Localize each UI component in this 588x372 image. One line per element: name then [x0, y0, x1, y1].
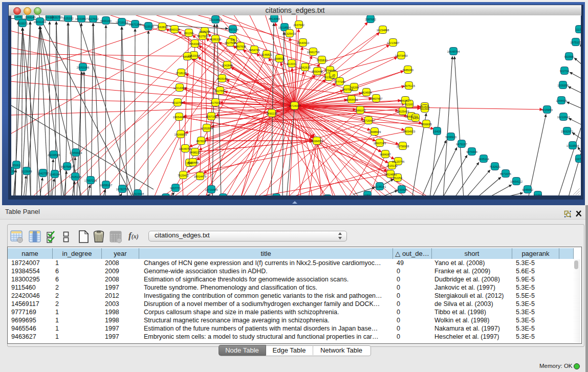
- svg-text:9827503: 9827503: [197, 35, 208, 38]
- svg-text:8813054: 8813054: [269, 17, 279, 20]
- svg-text:9356: 9356: [364, 194, 371, 196]
- svg-text:20053346: 20053346: [77, 66, 89, 69]
- svg-text:1615132: 1615132: [386, 164, 397, 167]
- svg-text:1209358: 1209358: [557, 84, 568, 87]
- svg-text:993159: 993159: [11, 170, 15, 173]
- svg-text:9684067: 9684067: [380, 153, 390, 156]
- svg-text:4099489: 4099489: [187, 161, 198, 164]
- svg-text:16033809: 16033809: [209, 18, 222, 21]
- svg-text:8471676: 8471676: [500, 172, 511, 176]
- svg-text:16914479: 16914479: [194, 175, 206, 178]
- svg-text:6466160: 6466160: [100, 19, 111, 23]
- svg-text:15640910: 15640910: [297, 41, 309, 45]
- svg-text:2087682: 2087682: [365, 18, 376, 21]
- svg-text:16671355: 16671355: [129, 23, 141, 26]
- svg-text:116753: 116753: [575, 158, 581, 161]
- svg-text:8427552: 8427552: [214, 90, 225, 93]
- svg-text:1588520: 1588520: [274, 57, 285, 60]
- svg-text:1362615: 1362615: [299, 66, 310, 69]
- svg-text:16782759: 16782759: [116, 188, 128, 191]
- svg-text:16154808: 16154808: [377, 29, 389, 32]
- svg-text:10961758: 10961758: [307, 51, 319, 54]
- svg-text:2105332: 2105332: [62, 17, 73, 20]
- svg-text:2890215: 2890215: [266, 112, 277, 115]
- svg-text:7632621: 7632621: [489, 165, 500, 168]
- svg-text:10025433: 10025433: [397, 110, 409, 113]
- svg-text:16648784: 16648784: [447, 50, 460, 53]
- svg-text:922734: 922734: [560, 70, 569, 73]
- svg-text:1733426: 1733426: [396, 188, 407, 191]
- svg-text:822031: 822031: [287, 62, 296, 65]
- svg-text:11325419: 11325419: [284, 32, 296, 35]
- svg-text:19756928: 19756928: [397, 145, 409, 148]
- svg-text:7857224: 7857224: [227, 28, 238, 31]
- svg-text:19654923: 19654923: [403, 130, 415, 133]
- svg-text:7955812: 7955812: [316, 59, 327, 62]
- svg-text:62160: 62160: [405, 103, 413, 106]
- svg-text:9404: 9404: [412, 117, 419, 120]
- svg-text:92450: 92450: [534, 194, 541, 196]
- svg-text:19218506: 19218506: [278, 26, 291, 29]
- svg-text:12213389: 12213389: [173, 86, 186, 90]
- svg-text:7986372: 7986372: [355, 109, 365, 112]
- svg-text:17957225: 17957225: [84, 179, 97, 182]
- svg-text:1855: 1855: [15, 15, 21, 18]
- svg-text:9327508: 9327508: [225, 41, 235, 45]
- svg-text:45: 45: [332, 74, 335, 77]
- svg-text:16210643: 16210643: [557, 116, 570, 119]
- svg-text:20691406: 20691406: [34, 20, 46, 24]
- svg-text:20206536: 20206536: [48, 154, 60, 157]
- svg-text:10807487: 10807487: [370, 97, 382, 100]
- svg-text:9777169: 9777169: [334, 80, 345, 83]
- svg-text:16120746: 16120746: [392, 160, 404, 163]
- svg-text:1527602: 1527602: [88, 17, 98, 20]
- svg-text:1405571: 1405571: [17, 22, 28, 25]
- svg-text:9899695: 9899695: [421, 123, 431, 126]
- svg-text:1244415: 1244415: [556, 99, 567, 102]
- svg-text:20364436: 20364436: [345, 98, 358, 101]
- svg-text:2269145: 2269145: [25, 16, 35, 19]
- svg-text:98968: 98968: [183, 55, 191, 58]
- svg-text:11175: 11175: [576, 28, 581, 31]
- svg-text:1145194: 1145194: [49, 173, 60, 176]
- svg-text:16033867: 16033867: [75, 17, 88, 20]
- svg-text:8960124: 8960124: [169, 28, 180, 31]
- svg-text:9242848: 9242848: [222, 64, 232, 67]
- svg-text:1975107: 1975107: [570, 41, 581, 44]
- svg-text:2437662: 2437662: [293, 24, 304, 27]
- svg-text:9657771: 9657771: [170, 187, 181, 190]
- svg-text:252254: 252254: [393, 177, 402, 180]
- svg-text:85061: 85061: [12, 164, 20, 167]
- svg-text:18907249: 18907249: [374, 142, 386, 145]
- svg-text:9146821: 9146821: [261, 53, 272, 56]
- svg-text:9245652: 9245652: [522, 188, 533, 191]
- svg-text:16543382: 16543382: [189, 42, 201, 46]
- svg-text:887833: 887833: [197, 140, 206, 143]
- svg-text:2867608: 2867608: [235, 45, 246, 48]
- svg-text:10654112: 10654112: [510, 180, 522, 183]
- svg-text:15692971: 15692971: [561, 130, 573, 133]
- svg-text:19384554: 19384554: [311, 140, 323, 143]
- svg-text:8215953: 8215953: [541, 108, 552, 112]
- svg-text:10973493: 10973493: [395, 54, 407, 57]
- svg-text:7515526: 7515526: [143, 25, 154, 28]
- svg-text:6794028: 6794028: [324, 69, 335, 72]
- svg-text:17359924: 17359924: [70, 151, 82, 155]
- svg-text:12923448: 12923448: [132, 192, 144, 195]
- svg-text:746266: 746266: [350, 86, 359, 89]
- svg-text:2935114: 2935114: [478, 158, 489, 161]
- svg-text:3824554: 3824554: [361, 91, 372, 94]
- svg-text:8990448: 8990448: [312, 70, 322, 73]
- svg-text:16409: 16409: [433, 130, 441, 133]
- svg-text:1010755: 1010755: [172, 101, 183, 104]
- svg-text:5226058: 5226058: [199, 30, 210, 33]
- svg-text:8186328: 8186328: [210, 38, 221, 41]
- svg-text:2803144: 2803144: [216, 77, 227, 80]
- svg-text:8267150: 8267150: [206, 115, 216, 118]
- svg-text:12505135: 12505135: [69, 176, 81, 179]
- svg-text:932996: 932996: [564, 55, 574, 58]
- svg-text:917004: 917004: [211, 101, 220, 104]
- svg-text:1115689: 1115689: [21, 170, 32, 173]
- svg-text:99975867: 99975867: [61, 165, 73, 168]
- svg-text:891295: 891295: [184, 32, 193, 35]
